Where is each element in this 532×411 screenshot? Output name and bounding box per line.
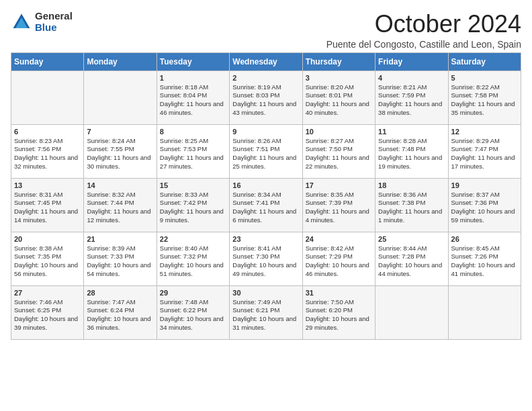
- day-number: 2: [232, 74, 299, 82]
- calendar-cell-w2-d3: 8Sunrise: 8:25 AM Sunset: 7:53 PM Daylig…: [157, 124, 229, 178]
- day-info: Sunrise: 8:21 AM Sunset: 7:59 PM Dayligh…: [378, 83, 445, 118]
- calendar-cell-w5-d7: [448, 285, 521, 339]
- day-number: 29: [160, 289, 226, 297]
- calendar-cell-w5-d4: 30Sunrise: 7:49 AM Sunset: 6:21 PM Dayli…: [230, 285, 302, 339]
- calendar-cell-w5-d5: 31Sunrise: 7:50 AM Sunset: 6:20 PM Dayli…: [302, 285, 375, 339]
- calendar-cell-w3-d4: 16Sunrise: 8:34 AM Sunset: 7:41 PM Dayli…: [230, 178, 302, 232]
- header-friday: Friday: [375, 52, 448, 71]
- day-number: 27: [14, 289, 81, 297]
- calendar-cell-w4-d3: 22Sunrise: 8:40 AM Sunset: 7:32 PM Dayli…: [157, 232, 229, 285]
- day-number: 20: [14, 235, 81, 243]
- calendar-cell-w1-d5: 3Sunrise: 8:20 AM Sunset: 8:01 PM Daylig…: [302, 71, 375, 124]
- calendar-cell-w3-d3: 15Sunrise: 8:33 AM Sunset: 7:42 PM Dayli…: [157, 178, 229, 232]
- day-info: Sunrise: 8:18 AM Sunset: 8:04 PM Dayligh…: [160, 83, 226, 118]
- day-info: Sunrise: 7:49 AM Sunset: 6:21 PM Dayligh…: [232, 298, 299, 332]
- day-info: Sunrise: 8:24 AM Sunset: 7:55 PM Dayligh…: [87, 137, 153, 171]
- day-info: Sunrise: 8:19 AM Sunset: 8:03 PM Dayligh…: [232, 83, 299, 118]
- header-thursday: Thursday: [302, 52, 375, 71]
- day-info: Sunrise: 8:32 AM Sunset: 7:44 PM Dayligh…: [87, 191, 153, 225]
- day-info: Sunrise: 8:45 AM Sunset: 7:26 PM Dayligh…: [451, 244, 518, 279]
- day-info: Sunrise: 8:37 AM Sunset: 7:36 PM Dayligh…: [451, 191, 518, 225]
- day-info: Sunrise: 8:40 AM Sunset: 7:32 PM Dayligh…: [160, 244, 226, 279]
- calendar-cell-w5-d2: 28Sunrise: 7:47 AM Sunset: 6:24 PM Dayli…: [84, 285, 157, 339]
- day-info: Sunrise: 8:20 AM Sunset: 8:01 PM Dayligh…: [306, 83, 372, 118]
- day-info: Sunrise: 8:36 AM Sunset: 7:38 PM Dayligh…: [378, 191, 445, 225]
- day-info: Sunrise: 8:25 AM Sunset: 7:53 PM Dayligh…: [160, 137, 226, 171]
- day-number: 28: [87, 289, 153, 297]
- calendar-cell-w5-d6: [375, 285, 448, 339]
- day-number: 12: [451, 128, 518, 136]
- day-number: 17: [306, 181, 372, 189]
- day-number: 14: [87, 181, 153, 189]
- day-number: 7: [87, 128, 153, 136]
- day-number: 23: [232, 235, 299, 243]
- location: Puente del Congosto, Castille and Leon, …: [326, 39, 521, 50]
- day-info: Sunrise: 8:38 AM Sunset: 7:35 PM Dayligh…: [14, 244, 81, 279]
- day-info: Sunrise: 8:41 AM Sunset: 7:30 PM Dayligh…: [232, 244, 299, 279]
- calendar-cell-w5-d1: 27Sunrise: 7:46 AM Sunset: 6:25 PM Dayli…: [11, 285, 84, 339]
- calendar-cell-w4-d6: 25Sunrise: 8:44 AM Sunset: 7:28 PM Dayli…: [375, 232, 448, 285]
- day-info: Sunrise: 8:31 AM Sunset: 7:45 PM Dayligh…: [14, 191, 81, 225]
- calendar-cell-w3-d7: 19Sunrise: 8:37 AM Sunset: 7:36 PM Dayli…: [448, 178, 521, 232]
- calendar-cell-w2-d4: 9Sunrise: 8:26 AM Sunset: 7:51 PM Daylig…: [230, 124, 302, 178]
- calendar-cell-w3-d1: 13Sunrise: 8:31 AM Sunset: 7:45 PM Dayli…: [11, 178, 84, 232]
- calendar-cell-w2-d1: 6Sunrise: 8:23 AM Sunset: 7:56 PM Daylig…: [11, 124, 84, 178]
- day-info: Sunrise: 8:27 AM Sunset: 7:50 PM Dayligh…: [306, 137, 372, 171]
- day-number: 4: [378, 74, 445, 82]
- header-tuesday: Tuesday: [157, 52, 229, 71]
- calendar-cell-w3-d5: 17Sunrise: 8:35 AM Sunset: 7:39 PM Dayli…: [302, 178, 375, 232]
- day-number: 21: [87, 235, 153, 243]
- calendar-cell-w1-d2: [84, 71, 157, 124]
- calendar-week-4: 20Sunrise: 8:38 AM Sunset: 7:35 PM Dayli…: [11, 232, 521, 285]
- header-monday: Monday: [84, 52, 157, 71]
- day-number: 18: [378, 181, 445, 189]
- day-info: Sunrise: 8:33 AM Sunset: 7:42 PM Dayligh…: [160, 191, 226, 225]
- calendar-cell-w5-d3: 29Sunrise: 7:48 AM Sunset: 6:22 PM Dayli…: [157, 285, 229, 339]
- day-number: 24: [306, 235, 372, 243]
- calendar-body: 1Sunrise: 8:18 AM Sunset: 8:04 PM Daylig…: [11, 71, 521, 339]
- day-number: 15: [160, 181, 226, 189]
- day-info: Sunrise: 8:34 AM Sunset: 7:41 PM Dayligh…: [232, 191, 299, 225]
- day-number: 8: [160, 128, 226, 136]
- day-number: 22: [160, 235, 226, 243]
- header-saturday: Saturday: [448, 52, 521, 71]
- day-number: 19: [451, 181, 518, 189]
- calendar-cell-w1-d6: 4Sunrise: 8:21 AM Sunset: 7:59 PM Daylig…: [375, 71, 448, 124]
- day-info: Sunrise: 8:23 AM Sunset: 7:56 PM Dayligh…: [14, 137, 81, 171]
- day-number: 25: [378, 235, 445, 243]
- day-number: 9: [232, 128, 299, 136]
- logo-icon: [11, 11, 32, 33]
- day-number: 30: [232, 289, 299, 297]
- day-info: Sunrise: 7:48 AM Sunset: 6:22 PM Dayligh…: [160, 298, 226, 332]
- day-info: Sunrise: 8:28 AM Sunset: 7:48 PM Dayligh…: [378, 137, 445, 171]
- day-number: 13: [14, 181, 81, 189]
- day-info: Sunrise: 8:29 AM Sunset: 7:47 PM Dayligh…: [451, 137, 518, 171]
- day-number: 10: [306, 128, 372, 136]
- logo-general: General: [35, 11, 73, 22]
- logo-blue: Blue: [35, 22, 73, 34]
- calendar-cell-w2-d6: 11Sunrise: 8:28 AM Sunset: 7:48 PM Dayli…: [375, 124, 448, 178]
- day-info: Sunrise: 7:50 AM Sunset: 6:20 PM Dayligh…: [306, 298, 372, 332]
- calendar-cell-w1-d1: [11, 71, 84, 124]
- day-info: Sunrise: 8:44 AM Sunset: 7:28 PM Dayligh…: [378, 244, 445, 279]
- calendar-week-3: 13Sunrise: 8:31 AM Sunset: 7:45 PM Dayli…: [11, 178, 521, 232]
- header-row: Sunday Monday Tuesday Wednesday Thursday…: [11, 52, 521, 71]
- day-number: 3: [306, 74, 372, 82]
- calendar-week-1: 1Sunrise: 8:18 AM Sunset: 8:04 PM Daylig…: [11, 71, 521, 124]
- day-number: 5: [451, 74, 518, 82]
- day-number: 31: [306, 289, 372, 297]
- day-number: 11: [378, 128, 445, 136]
- calendar-cell-w4-d2: 21Sunrise: 8:39 AM Sunset: 7:33 PM Dayli…: [84, 232, 157, 285]
- calendar-cell-w4-d4: 23Sunrise: 8:41 AM Sunset: 7:30 PM Dayli…: [230, 232, 302, 285]
- calendar-cell-w4-d5: 24Sunrise: 8:42 AM Sunset: 7:29 PM Dayli…: [302, 232, 375, 285]
- calendar-cell-w4-d1: 20Sunrise: 8:38 AM Sunset: 7:35 PM Dayli…: [11, 232, 84, 285]
- day-info: Sunrise: 8:39 AM Sunset: 7:33 PM Dayligh…: [87, 244, 153, 279]
- calendar-cell-w1-d3: 1Sunrise: 8:18 AM Sunset: 8:04 PM Daylig…: [157, 71, 229, 124]
- day-info: Sunrise: 8:22 AM Sunset: 7:58 PM Dayligh…: [451, 83, 518, 118]
- calendar-cell-w3-d2: 14Sunrise: 8:32 AM Sunset: 7:44 PM Dayli…: [84, 178, 157, 232]
- day-number: 6: [14, 128, 81, 136]
- title-section: October 2024 Puente del Congosto, Castil…: [326, 11, 521, 50]
- month-title: October 2024: [326, 11, 521, 38]
- logo-text: General Blue: [35, 11, 73, 33]
- calendar-week-2: 6Sunrise: 8:23 AM Sunset: 7:56 PM Daylig…: [11, 124, 521, 178]
